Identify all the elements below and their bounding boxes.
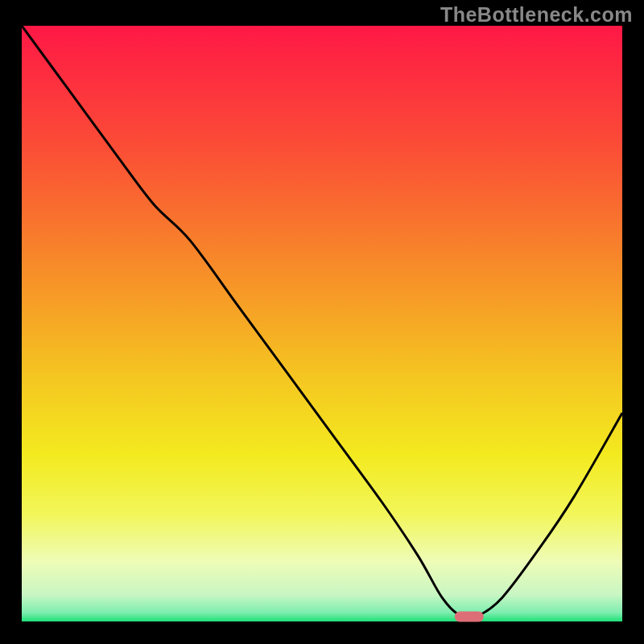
bottleneck-chart [0, 0, 644, 644]
watermark-text: TheBottleneck.com [440, 3, 633, 27]
plot-background-gradient [22, 26, 622, 621]
optimum-marker [455, 612, 484, 622]
chart-frame: { "watermark": "TheBottleneck.com", "col… [0, 0, 644, 644]
